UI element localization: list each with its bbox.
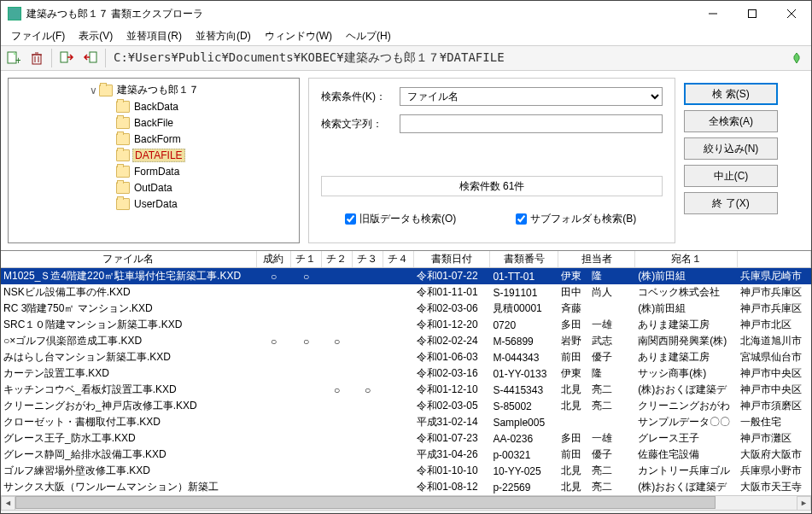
cell: 多田 一雄 (558, 430, 635, 447)
tree-item[interactable]: OutData (10, 179, 297, 196)
table-row[interactable]: SRC１０階建マンション新築工事.KXD令和01-12-200720多田 一雄あ… (1, 317, 811, 333)
column-header[interactable]: 書類番号 (490, 251, 558, 267)
search-condition-select[interactable]: ファイル名 (400, 87, 663, 106)
cell: 見積00001 (490, 301, 558, 317)
cell (322, 463, 353, 479)
cell: グレース王子_防水工事.KXD (1, 430, 257, 447)
cell (257, 447, 291, 463)
cell (353, 479, 383, 495)
scroll-thumb[interactable] (15, 496, 716, 509)
menu-sort-item[interactable]: 並替項目(R) (120, 27, 189, 45)
cell: 一般住宅 (738, 414, 811, 430)
table-row[interactable]: クリーニングおがわ_神戸店改修工事.KXD令和02-03-05S-85002北見… (1, 398, 811, 414)
cell (383, 447, 414, 463)
subfolder-checkbox[interactable]: サブフォルダも検索(B) (516, 212, 636, 226)
toolbar: + C:¥Users¥Public¥Documents¥KOBEC¥建築みつも郎… (1, 45, 811, 71)
tree-item[interactable]: BackData (10, 98, 297, 114)
cell: 伊東 隆 (558, 268, 635, 284)
cell: 01-TT-01 (490, 268, 558, 284)
column-header[interactable]: チ２ (322, 251, 353, 267)
column-header[interactable]: 成約 (257, 251, 291, 267)
cell (383, 301, 414, 317)
column-header[interactable]: チ４ (383, 251, 414, 267)
column-header[interactable] (738, 251, 811, 267)
menu-view[interactable]: 表示(V) (72, 27, 120, 45)
tree-item[interactable]: BackForm (10, 131, 297, 147)
column-header[interactable]: チ１ (291, 251, 322, 267)
search-all-button[interactable]: 全検索(A) (684, 110, 778, 132)
table-row[interactable]: キッチンコウベ_看板灯設置工事.KXD○○令和01-12-10S-4415343… (1, 382, 811, 398)
column-header[interactable]: ファイル名 (1, 251, 257, 267)
table-row[interactable]: ゴルフ練習場外壁改修工事.KXD令和01-10-1010-YY-025北見 亮二… (1, 463, 811, 479)
cell: Sample005 (490, 414, 558, 430)
cell (291, 414, 322, 430)
cell: 令和01-10-10 (414, 463, 491, 479)
table-row[interactable]: グレース静岡_給排水設備工事.KXD平成31-04-26p-00321前田 優子… (1, 447, 811, 463)
cell (353, 414, 383, 430)
column-header[interactable]: 担当者 (558, 251, 635, 267)
table-row[interactable]: RC 3階建750㎡ マンション.KXD令和02-03-06見積00001斉藤(… (1, 301, 811, 317)
cell: ありま建築工房 (635, 317, 738, 333)
cell (291, 365, 322, 382)
cell (558, 414, 635, 430)
tree-root[interactable]: ∨建築みつも郎１７ (10, 82, 297, 98)
folder-tree[interactable]: ∨建築みつも郎１７BackDataBackFileBackFormDATAFIL… (8, 78, 300, 243)
menu-file[interactable]: ファイル(F) (4, 27, 72, 45)
cell: 北見 亮二 (558, 479, 635, 495)
pin-icon[interactable] (786, 47, 808, 69)
tree-item[interactable]: FormData (10, 163, 297, 179)
cell: SRC１０階建マンション新築工事.KXD (1, 317, 257, 333)
horizontal-scrollbar[interactable]: ◄ ► (1, 495, 811, 510)
cell: 令和01-12-10 (414, 382, 491, 398)
scroll-right-button[interactable]: ► (797, 496, 811, 511)
cell (322, 301, 353, 317)
table-row[interactable]: ○×ゴルフ倶楽部造成工事.KXD○○○令和02-02-24M-56899岩野 武… (1, 333, 811, 349)
import-button[interactable] (55, 47, 78, 69)
scroll-left-button[interactable]: ◄ (1, 496, 15, 511)
grid-body[interactable]: M1025_Ｓ造4階建220㎡駐車場付住宅新築工事.KXD○○令和01-07-2… (1, 268, 811, 495)
tree-item[interactable]: DATAFILE (10, 147, 297, 163)
column-header[interactable]: チ３ (353, 251, 383, 267)
cell (322, 398, 353, 414)
table-row[interactable]: クローゼット・書棚取付工事.KXD平成31-02-14Sample005サンプル… (1, 414, 811, 430)
cell: (株)おおくぼ建築デ (635, 479, 738, 495)
table-row[interactable]: M1025_Ｓ造4階建220㎡駐車場付住宅新築工事.KXD○○令和01-07-2… (1, 268, 811, 284)
cell: 北海道旭川市 (738, 333, 811, 349)
delete-button[interactable] (26, 47, 48, 69)
cell: p-00321 (490, 447, 558, 463)
cell: グレース王子 (635, 430, 738, 447)
stop-button[interactable]: 中止(C) (684, 165, 778, 187)
cell: クローゼット・書棚取付工事.KXD (1, 414, 257, 430)
narrow-button[interactable]: 絞り込み(N) (684, 137, 778, 160)
menu-sort-dir[interactable]: 並替方向(D) (189, 27, 258, 45)
cell: みはらし台マンション新築工事.KXD (1, 349, 257, 365)
close-button[interactable] (772, 1, 811, 26)
old-version-checkbox[interactable]: 旧版データも検索(O) (345, 212, 456, 226)
minimize-button[interactable] (693, 1, 733, 26)
cell: 多田 一雄 (558, 317, 635, 333)
cell: 北見 亮二 (558, 463, 635, 479)
cell: 令和01-06-03 (414, 349, 491, 365)
table-row[interactable]: みはらし台マンション新築工事.KXD令和01-06-03M-044343前田 優… (1, 349, 811, 365)
tree-item[interactable]: BackFile (10, 114, 297, 131)
new-button[interactable]: + (2, 47, 24, 69)
close-app-button[interactable]: 終 了(X) (684, 192, 778, 214)
column-header[interactable]: 書類日付 (414, 251, 491, 267)
cell: 斉藤 (558, 301, 635, 317)
maximize-button[interactable] (733, 1, 772, 26)
column-header[interactable]: 宛名１ (635, 251, 738, 267)
menu-help[interactable]: ヘルプ(H) (339, 27, 398, 45)
tree-item[interactable]: UserData (10, 196, 297, 212)
search-text-input[interactable] (400, 114, 663, 133)
cell: 0720 (490, 317, 558, 333)
table-row[interactable]: サンクス大阪（ワンルームマンション）新築工令和01-08-12p-22569北見… (1, 479, 811, 495)
table-row[interactable]: グレース王子_防水工事.KXD令和01-07-23AA-0236多田 一雄グレー… (1, 430, 811, 447)
title-bar: 建築みつも郎１７ 書類エクスプローラ (1, 1, 811, 26)
table-row[interactable]: カーテン設置工事.KXD令和02-03-1601-YY-0133伊東 隆サッシ商… (1, 365, 811, 382)
search-button[interactable]: 検 索(S) (684, 83, 778, 105)
table-row[interactable]: NSKビル設備工事の件.KXD令和01-11-01S-191101田中 尚人コベ… (1, 284, 811, 301)
cell: 平成31-04-26 (414, 447, 491, 463)
cell (291, 430, 322, 447)
export-button[interactable] (79, 47, 102, 69)
menu-window[interactable]: ウィンドウ(W) (258, 27, 339, 45)
